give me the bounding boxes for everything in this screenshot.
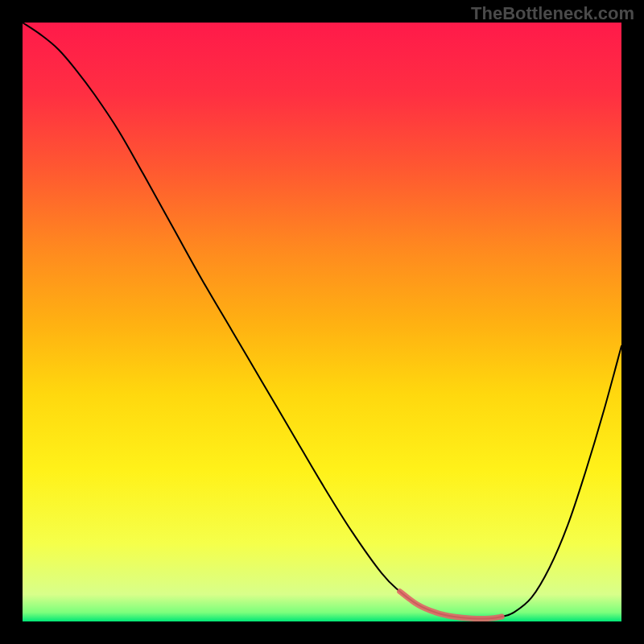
- chart-background: [23, 23, 621, 621]
- watermark-text: TheBottleneck.com: [471, 3, 634, 24]
- chart-plot-area: [23, 23, 621, 621]
- chart-svg: [23, 23, 621, 621]
